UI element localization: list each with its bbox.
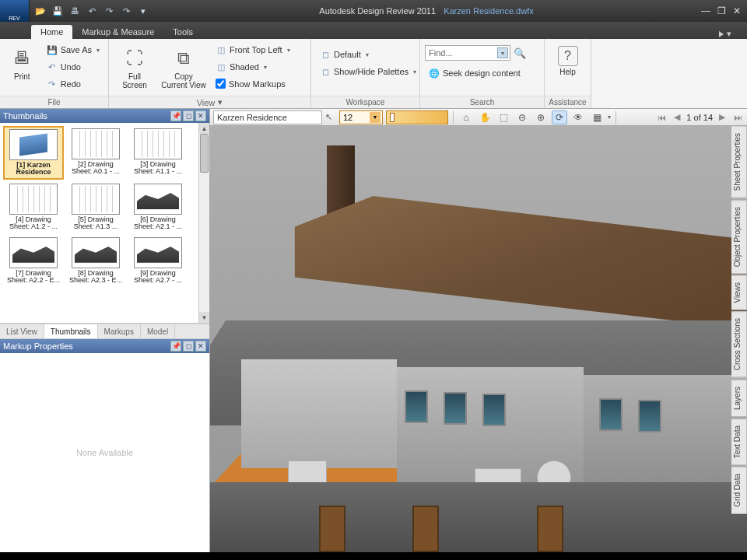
qat-undo-icon[interactable]: ↶ bbox=[86, 5, 98, 17]
tab-markups[interactable]: Markups bbox=[98, 324, 141, 338]
copy-current-view-button[interactable]: ⧉ Copy Current View bbox=[159, 42, 209, 93]
palette-window-button[interactable]: ◻ bbox=[183, 110, 194, 121]
thumbnail-item[interactable]: [2] Drawing Sheet: A0.1 - ... bbox=[65, 126, 126, 180]
model-window bbox=[482, 394, 506, 426]
chevron-down-icon: ▾ bbox=[727, 29, 731, 39]
panel-label-search: Search bbox=[420, 96, 544, 108]
orbit-button[interactable]: ⟳ bbox=[552, 110, 567, 124]
help-label: Help bbox=[559, 68, 576, 76]
scroll-up-icon[interactable]: ▲ bbox=[199, 123, 209, 134]
thumbnail-item[interactable]: [1] Karzen Residence bbox=[3, 126, 64, 180]
qat-plot-icon[interactable]: ↷ bbox=[120, 5, 132, 17]
right-tab-cross-sections[interactable]: Cross Sections bbox=[731, 311, 747, 377]
show-hide-palettes-button[interactable]: ◻Show/Hide Palettes▾ bbox=[316, 64, 420, 79]
next-page-button[interactable]: ▶ bbox=[716, 111, 728, 124]
3d-viewport[interactable]: Sheet PropertiesObject PropertiesViewsCr… bbox=[210, 126, 747, 552]
section-button[interactable]: ▦ bbox=[589, 110, 605, 124]
last-page-button[interactable]: ⏭ bbox=[731, 111, 744, 124]
palette-window-button[interactable]: ◻ bbox=[183, 341, 194, 352]
save-as-button[interactable]: 💾Save As▾ bbox=[43, 42, 103, 58]
first-page-button[interactable]: ⏮ bbox=[655, 111, 668, 124]
tab-markup-measure[interactable]: Markup & Measure bbox=[72, 25, 163, 39]
save-as-label: Save As bbox=[61, 45, 92, 54]
thumbnails-title-label: Thumbnails bbox=[3, 111, 47, 121]
app-name: Autodesk Design Review 2011 bbox=[319, 6, 436, 16]
shaded-button[interactable]: ◫Shaded▾ bbox=[212, 59, 294, 75]
thumbnail-item[interactable]: [3] Drawing Sheet: A1.1 - ... bbox=[128, 126, 188, 180]
thumbnail-item[interactable]: [5] Drawing Sheet: A1.3 ... bbox=[65, 181, 126, 233]
look-button[interactable]: 👁 bbox=[570, 110, 586, 124]
workspace-default-button[interactable]: ◻Default▾ bbox=[316, 47, 420, 62]
show-markups-toggle[interactable]: Show Markups bbox=[212, 76, 294, 91]
scroll-thumb[interactable] bbox=[200, 134, 209, 173]
pointer-icon[interactable]: ↖ bbox=[325, 112, 336, 122]
tab-model[interactable]: Model bbox=[141, 324, 175, 338]
right-tab-sheet-properties[interactable]: Sheet Properties bbox=[731, 126, 747, 198]
app-menu-button[interactable]: REV bbox=[0, 0, 30, 22]
chevron-down-icon[interactable]: ▾ bbox=[497, 47, 508, 58]
tab-tools[interactable]: Tools bbox=[163, 25, 202, 39]
qat-dropdown-icon[interactable]: ▾ bbox=[137, 5, 149, 17]
tab-list-view[interactable]: List View bbox=[0, 324, 44, 338]
palette-pin-button[interactable]: 📌 bbox=[170, 110, 181, 121]
zoom-out-button[interactable]: ⊖ bbox=[514, 110, 530, 124]
panel-label-view[interactable]: View ▾ bbox=[109, 96, 310, 108]
right-tab-text-data[interactable]: Text Data bbox=[731, 418, 747, 465]
find-placeholder: Find... bbox=[429, 48, 453, 58]
palette-close-button[interactable]: ✕ bbox=[195, 341, 206, 352]
full-screen-button[interactable]: ⛶ Full Screen bbox=[114, 42, 156, 93]
zoom-in-button[interactable]: ⊕ bbox=[533, 110, 549, 124]
palette-close-button[interactable]: ✕ bbox=[195, 110, 206, 121]
qat-open-icon[interactable]: 📂 bbox=[34, 5, 47, 17]
restore-button[interactable]: ❐ bbox=[714, 5, 728, 17]
chevron-down-icon: ▾ bbox=[264, 64, 267, 71]
find-combo[interactable]: Find...▾ bbox=[425, 45, 510, 61]
thumbnail-label: [3] Drawing Sheet: A1.1 - ... bbox=[130, 161, 186, 176]
home-view-button[interactable]: ⌂ bbox=[458, 110, 474, 124]
thumbnail-item[interactable]: [7] Drawing Sheet: A2.2 - E... bbox=[3, 235, 64, 287]
workspace-icon: ◻ bbox=[320, 49, 331, 60]
right-tab-grid-data[interactable]: Grid Data bbox=[731, 467, 747, 514]
pan-button[interactable]: ✋ bbox=[477, 110, 493, 124]
zoom-slider[interactable] bbox=[386, 110, 448, 124]
right-tab-views[interactable]: Views bbox=[731, 275, 747, 310]
right-tab-layers[interactable]: Layers bbox=[731, 380, 747, 417]
scroll-down-icon[interactable]: ▼ bbox=[199, 312, 209, 323]
close-button[interactable]: ✕ bbox=[730, 5, 744, 17]
tab-thumbnails[interactable]: Thumbnails bbox=[44, 324, 98, 338]
thumbnail-item[interactable]: [9] Drawing Sheet: A2.7 - ... bbox=[128, 235, 188, 287]
binoculars-icon[interactable]: 🔍 bbox=[514, 47, 526, 59]
document-combo[interactable]: Karzen Residence bbox=[213, 110, 322, 124]
thumbnail-label: [7] Drawing Sheet: A2.2 - E... bbox=[5, 270, 61, 285]
model-door bbox=[319, 506, 345, 552]
zoom-combo[interactable]: 12▾ bbox=[339, 110, 383, 124]
thumbnail-item[interactable]: [8] Drawing Sheet: A2.3 - E... bbox=[65, 235, 126, 287]
qat-redo-icon[interactable]: ↷ bbox=[103, 5, 115, 17]
palette-pin-button[interactable]: 📌 bbox=[170, 341, 181, 352]
undo-button[interactable]: ↶Undo bbox=[43, 59, 103, 75]
thumbnail-preview bbox=[72, 128, 120, 159]
qat-print-icon[interactable]: 🖶 bbox=[68, 5, 81, 17]
thumbnail-item[interactable]: [6] Drawing Sheet: A2.1 - ... bbox=[128, 181, 188, 233]
redo-button[interactable]: ↷Redo bbox=[43, 76, 103, 92]
prev-page-button[interactable]: ◀ bbox=[671, 111, 683, 124]
model-window bbox=[405, 390, 428, 423]
print-button[interactable]: 🖶 Print bbox=[5, 42, 40, 85]
infocenter-button[interactable]: ▾ bbox=[719, 29, 747, 39]
minimize-button[interactable]: — bbox=[699, 5, 713, 17]
chevron-down-icon[interactable]: ▾ bbox=[370, 112, 381, 123]
help-button[interactable]: ? Help bbox=[549, 42, 586, 80]
front-top-left-button[interactable]: ◫Front Top Left▾ bbox=[212, 42, 294, 58]
zoom-rect-button[interactable]: ⬚ bbox=[496, 110, 511, 124]
model-wall bbox=[241, 359, 397, 468]
chevron-down-icon[interactable]: ▾ bbox=[608, 114, 611, 121]
zoom-slider-handle[interactable] bbox=[390, 113, 395, 122]
seek-button[interactable]: 🌐Seek design content bbox=[425, 65, 526, 81]
thumbnail-label: [1] Karzen Residence bbox=[6, 162, 61, 177]
thumbnails-scrollbar[interactable]: ▲ ▼ bbox=[198, 123, 209, 323]
thumbnail-item[interactable]: [4] Drawing Sheet: A1.2 - ... bbox=[3, 181, 64, 233]
right-tab-object-properties[interactable]: Object Properties bbox=[731, 200, 747, 274]
tab-home[interactable]: Home bbox=[31, 25, 72, 39]
qat-save-icon[interactable]: 💾 bbox=[51, 5, 64, 17]
show-markups-checkbox[interactable] bbox=[216, 79, 226, 89]
